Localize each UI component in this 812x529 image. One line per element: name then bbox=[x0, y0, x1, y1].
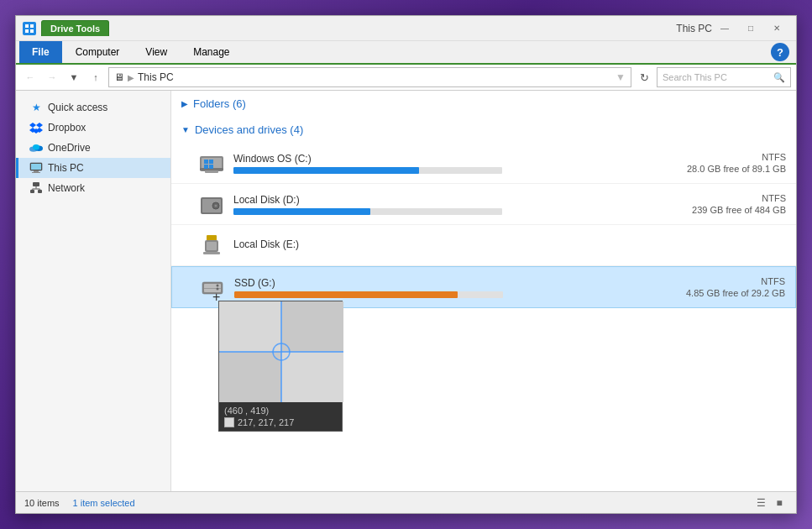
drive-g-name: SSD (G:) bbox=[234, 277, 642, 289]
folders-title: Folders (6) bbox=[193, 97, 246, 110]
path-separator: ▶ bbox=[128, 73, 134, 82]
svg-rect-30 bbox=[209, 165, 213, 169]
path-dropdown-arrow[interactable]: ▼ bbox=[616, 71, 626, 83]
preview-rgb-value: 217, 217, 217 bbox=[238, 417, 294, 427]
recent-locations-button[interactable]: ▼ bbox=[65, 68, 83, 86]
computer-icon bbox=[29, 161, 43, 175]
drive-c-size: 28.0 GB free of 89.1 GB bbox=[652, 164, 786, 174]
addressbar: ← → ▼ ↑ 🖥 ▶ This PC ▼ ↻ Search This PC 🔍 bbox=[16, 65, 796, 91]
drive-g-meta: NTFS 4.85 GB free of 29.2 GB bbox=[651, 276, 785, 298]
titlebar-tabs: Drive Tools bbox=[41, 20, 669, 36]
sidebar-label-onedrive: OneDrive bbox=[48, 142, 91, 154]
ribbon: File Computer View Manage ? bbox=[16, 41, 796, 65]
drive-d-name: Local Disk (D:) bbox=[233, 194, 643, 206]
drive-e-name: Local Disk (E:) bbox=[233, 238, 643, 250]
svg-rect-15 bbox=[32, 172, 40, 173]
preview-popup: (460 , 419) 217, 217, 217 bbox=[218, 301, 343, 432]
drive-c-info: Windows OS (C:) bbox=[233, 153, 643, 174]
svg-rect-27 bbox=[204, 160, 208, 164]
preview-coords: (460 , 419) bbox=[224, 406, 337, 416]
drive-e-icon bbox=[198, 232, 225, 259]
preview-image bbox=[219, 301, 343, 402]
svg-rect-18 bbox=[38, 190, 42, 193]
svg-rect-28 bbox=[209, 160, 213, 164]
drive-g-fs: NTFS bbox=[651, 276, 785, 286]
sidebar-item-thispc[interactable]: This PC bbox=[16, 158, 170, 178]
svg-rect-2 bbox=[25, 29, 29, 33]
tab-manage[interactable]: Manage bbox=[181, 41, 242, 63]
back-button[interactable]: ← bbox=[21, 68, 39, 86]
svg-point-34 bbox=[215, 205, 217, 207]
forward-button[interactable]: → bbox=[43, 68, 61, 86]
drive-c-icon bbox=[198, 149, 225, 176]
drive-d-meta: NTFS 239 GB free of 484 GB bbox=[652, 193, 786, 215]
tab-view[interactable]: View bbox=[133, 41, 180, 63]
star-icon: ★ bbox=[29, 101, 43, 114]
help-button[interactable]: ? bbox=[771, 43, 789, 61]
drive-d-fill bbox=[233, 208, 370, 215]
svg-rect-3 bbox=[30, 29, 34, 33]
window-icon bbox=[23, 22, 36, 35]
dropbox-icon bbox=[29, 121, 43, 134]
svg-rect-16 bbox=[33, 182, 39, 186]
drive-d-bar bbox=[233, 208, 502, 215]
details-view-button[interactable]: ☰ bbox=[752, 495, 769, 511]
address-path[interactable]: 🖥 ▶ This PC ▼ bbox=[108, 67, 631, 87]
drive-c-name: Windows OS (C:) bbox=[233, 153, 643, 165]
minimize-button[interactable]: — bbox=[712, 20, 737, 37]
svg-point-42 bbox=[217, 285, 219, 287]
svg-marker-5 bbox=[36, 123, 43, 128]
refresh-button[interactable]: ↻ bbox=[635, 68, 653, 86]
folders-section-header[interactable]: ▶ Folders (6) bbox=[171, 91, 796, 117]
sidebar: ★ Quick access Dropbox bbox=[16, 91, 171, 491]
ribbon-tabs: File Computer View Manage ? bbox=[16, 41, 796, 63]
network-icon bbox=[29, 181, 43, 195]
drive-tools-tab[interactable]: Drive Tools bbox=[41, 20, 109, 36]
up-button[interactable]: ↑ bbox=[86, 68, 105, 86]
drive-c[interactable]: Windows OS (C:) NTFS 28.0 GB free of 89.… bbox=[171, 143, 796, 184]
drive-g-size: 4.85 GB free of 29.2 GB bbox=[651, 288, 785, 298]
window-controls: — □ ✕ bbox=[712, 20, 789, 37]
devices-title: Devices and drives (4) bbox=[195, 123, 303, 136]
drive-g-info: SSD (G:) bbox=[234, 277, 642, 298]
search-box[interactable]: Search This PC 🔍 bbox=[657, 67, 791, 87]
drive-d-info: Local Disk (D:) bbox=[233, 194, 643, 215]
drive-g-bar bbox=[234, 291, 503, 298]
svg-rect-46 bbox=[281, 352, 343, 402]
sidebar-item-network[interactable]: Network bbox=[16, 178, 170, 198]
drive-d[interactable]: Local Disk (D:) NTFS 239 GB free of 484 … bbox=[171, 184, 796, 225]
maximize-button[interactable]: □ bbox=[738, 20, 763, 37]
window-title: This PC bbox=[676, 23, 712, 34]
drive-c-bar bbox=[233, 167, 502, 174]
sidebar-item-quick-access[interactable]: ★ Quick access bbox=[16, 97, 170, 118]
sidebar-label-dropbox: Dropbox bbox=[48, 122, 86, 134]
sidebar-label-thispc: This PC bbox=[48, 162, 84, 174]
sidebar-label-network: Network bbox=[48, 182, 85, 194]
svg-rect-29 bbox=[204, 165, 208, 169]
view-icons: ☰ ■ bbox=[752, 495, 788, 511]
sidebar-item-onedrive[interactable]: OneDrive bbox=[16, 138, 170, 158]
svg-marker-4 bbox=[29, 123, 36, 128]
svg-rect-37 bbox=[207, 242, 217, 250]
tab-file[interactable]: File bbox=[19, 41, 62, 63]
drive-g-fill bbox=[234, 291, 458, 298]
color-swatch bbox=[224, 417, 234, 427]
sidebar-label-quick-access: Quick access bbox=[48, 102, 107, 113]
drive-c-fs: NTFS bbox=[652, 152, 786, 162]
svg-rect-26 bbox=[205, 170, 218, 173]
drive-d-size: 239 GB free of 484 GB bbox=[652, 205, 786, 215]
computer-icon: 🖥 bbox=[114, 71, 124, 83]
devices-section-header[interactable]: ▼ Devices and drives (4) bbox=[171, 117, 796, 143]
tab-computer[interactable]: Computer bbox=[63, 41, 133, 63]
close-button[interactable]: ✕ bbox=[764, 20, 789, 37]
svg-rect-38 bbox=[203, 252, 220, 254]
main-content: ★ Quick access Dropbox bbox=[16, 91, 796, 491]
sidebar-item-dropbox[interactable]: Dropbox bbox=[16, 118, 170, 138]
path-current: This PC bbox=[138, 71, 174, 83]
status-items-count: 10 items bbox=[24, 498, 60, 508]
drive-d-icon bbox=[198, 191, 225, 217]
drive-d-fs: NTFS bbox=[652, 193, 786, 203]
drive-c-fill bbox=[233, 167, 419, 174]
tiles-view-button[interactable]: ■ bbox=[771, 495, 788, 511]
drive-e[interactable]: Local Disk (E:) bbox=[171, 225, 796, 266]
